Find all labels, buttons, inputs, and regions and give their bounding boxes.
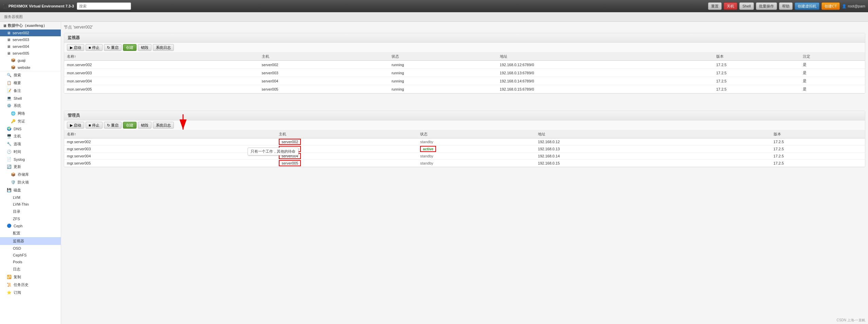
monitor-destroy-btn[interactable]: 销毁 (138, 44, 151, 51)
manager-panel: 管理员 ▶ 启动 ■ 停止 ↻ 重启 创建 销毁 (64, 111, 865, 167)
monitor-start-btn[interactable]: ▶ 启动 (67, 44, 84, 51)
sidebar-item-guaji[interactable]: 📦 guaji (0, 57, 61, 64)
sidebar-item-replication[interactable]: 🔁 复制 (0, 273, 61, 281)
manager-destroy-btn[interactable]: 销毁 (138, 122, 151, 129)
sidebar-item-time[interactable]: 🕐 时间 (0, 148, 61, 156)
sidebar-item-lvm-thin[interactable]: LVM-Thin (0, 201, 61, 208)
monitor-stop-btn[interactable]: ■ 停止 (86, 44, 103, 51)
manager-start-btn[interactable]: ▶ 启动 (67, 122, 84, 129)
manager-create-btn[interactable]: 创建 (123, 122, 137, 129)
dns-icon: 🌍 (7, 127, 12, 131)
view-label: 服务器视图 (4, 14, 23, 19)
create-vm-button[interactable]: 创建虚拟机 (795, 2, 819, 10)
reload-icon: ↻ (107, 45, 110, 50)
sidebar-item-lvm[interactable]: LVM (0, 194, 61, 201)
manager-reload-btn[interactable]: ↻ 重启 (104, 122, 122, 129)
sidebar-item-zfs[interactable]: ZFS (0, 215, 61, 222)
annotation-tooltip: 只有一个工作，其他的待命 (248, 148, 299, 155)
sidebar-item-updates[interactable]: 🔄 更新 (0, 163, 61, 171)
col-ver[interactable]: 版本 (713, 53, 800, 61)
main-layout: 🖥 数据中心（xuanfeng） 🖥 server002 🖥 server003… (0, 22, 868, 324)
table-row[interactable]: mon.server002 server002 running 192.168.… (64, 61, 865, 69)
sidebar-item-dns[interactable]: 🌍 DNS (0, 125, 61, 132)
reset-button[interactable]: 重置 (708, 2, 722, 10)
sidebar-item-shell[interactable]: 💻 Shell (0, 95, 61, 102)
sidebar-item-directory[interactable]: 目录 (0, 208, 61, 215)
shutdown-button[interactable]: 关机 (724, 2, 737, 10)
mgr-col-host[interactable]: 主机 (276, 130, 417, 138)
sidebar-item-osd[interactable]: OSD (0, 245, 61, 252)
col-addr[interactable]: 地址 (497, 53, 713, 61)
panels-wrapper: 监视器 ▶ 启动 ■ 停止 ↻ 重启 创建 销毁 (64, 33, 865, 167)
sidebar-item-server005[interactable]: 🖥 server005 (0, 50, 61, 57)
mon-status-cell: running (389, 85, 497, 93)
mgr-col-status[interactable]: 状态 (417, 130, 535, 138)
table-row[interactable]: mgr.server002 server002 standby 192.168.… (64, 138, 865, 146)
sidebar-item-syslog[interactable]: 📄 Syslog (0, 156, 61, 163)
manager-stop-btn[interactable]: ■ 停止 (86, 122, 103, 129)
col-note[interactable]: 注定 (800, 53, 865, 61)
mgr-col-ver[interactable]: 版本 (771, 130, 865, 138)
sidebar-item-server002[interactable]: 🖥 server002 (0, 30, 61, 36)
app-logo: ⬛ PROXMOX Virtual Environment 7.3-3 (3, 4, 74, 8)
sidebar-item-notes[interactable]: 📝 备注 (0, 87, 61, 95)
monitor-create-btn[interactable]: 创建 (123, 44, 137, 51)
sidebar-item-search[interactable]: 🔍 搜索 (0, 71, 61, 79)
monitor-reload-btn[interactable]: ↻ 重启 (104, 44, 122, 51)
sidebar-item-website[interactable]: 📦 website (0, 64, 61, 71)
sidebar-item-server003[interactable]: 🖥 server003 (0, 36, 61, 43)
mon-host-cell: server004 (259, 77, 389, 85)
sidebar-item-hosts[interactable]: 🖥️ 主机 (0, 132, 61, 140)
table-row[interactable]: mon.server004 server004 running 192.168.… (64, 77, 865, 85)
sidebar-item-options[interactable]: 🔧 选项 (0, 140, 61, 148)
create-ct-button[interactable]: 创建CT (821, 2, 840, 10)
sidebar-item-summary[interactable]: 📋 概要 (0, 79, 61, 87)
mon-status-cell: running (389, 69, 497, 77)
mon-host-cell: server005 (259, 85, 389, 93)
key-icon: 🔑 (11, 119, 16, 123)
sidebar-item-subscription[interactable]: ⭐ 订阅 (0, 289, 61, 297)
table-row[interactable]: mon.server005 server005 running 192.168.… (64, 85, 865, 93)
table-row[interactable]: mgr.server005 server005 standby 192.168.… (64, 160, 865, 167)
col-name[interactable]: 名称↑ (64, 53, 259, 61)
sidebar-item-system[interactable]: ⚙️ 系统 (0, 102, 61, 110)
sidebar-item-log[interactable]: 日志 (0, 265, 61, 273)
help-button[interactable]: 帮助 (779, 2, 793, 10)
sidebar-item-firewall[interactable]: 🛡️ 防火墙 (0, 178, 61, 186)
sidebar-item-pools[interactable]: Pools (0, 259, 61, 265)
options-icon: 🔧 (7, 142, 12, 146)
bulk-ops-button[interactable]: 批量操作 (756, 2, 777, 10)
stop-icon: ■ (89, 45, 91, 50)
mon-host-cell: server003 (259, 69, 389, 77)
sidebar-item-network[interactable]: 🌐 网络 (0, 110, 61, 117)
monitor-log-btn[interactable]: 系统日志 (153, 44, 174, 51)
col-host[interactable]: 主机 (259, 53, 389, 61)
mgr-host-cell: server002 (276, 138, 417, 146)
mon-ver-cell: 17.2.5 (713, 85, 800, 93)
arrow-svg-2 (169, 111, 197, 138)
sidebar-item-repos[interactable]: 📦 存储库 (0, 171, 61, 178)
sidebar-item-cephfs[interactable]: CephFS (0, 252, 61, 259)
col-status[interactable]: 状态 (389, 53, 497, 61)
mgr-name-cell: mgr.server004 (64, 153, 276, 160)
mgr-col-addr[interactable]: 地址 (535, 130, 771, 138)
sidebar-item-ceph[interactable]: 🔵 Ceph (0, 222, 61, 229)
sidebar-item-server004[interactable]: 🖥 server004 (0, 43, 61, 50)
table-row[interactable]: mgr.server004 server004 standby 192.168.… (64, 153, 865, 160)
play-icon2: ▶ (70, 123, 73, 128)
mgr-status-cell: standby (417, 160, 535, 167)
sidebar-item-task-history[interactable]: 📜 任务历史 (0, 281, 61, 289)
shell-button[interactable]: Shell (739, 2, 754, 10)
global-search-input[interactable] (77, 2, 131, 10)
sidebar-datacenter-header[interactable]: 🖥 数据中心（xuanfeng） (0, 22, 61, 30)
sidebar-item-ceph-monitor[interactable]: 监视器 (0, 237, 61, 245)
sidebar-item-ceph-config[interactable]: 配置 (0, 229, 61, 237)
mgr-name-cell: mgr.server005 (64, 160, 276, 167)
node-icon: 🖥 (7, 51, 11, 55)
monitor-panel-header: 监视器 (64, 33, 865, 43)
mgr-ver-cell: 17.2.5 (771, 153, 865, 160)
sidebar-item-credentials[interactable]: 🔑 凭证 (0, 117, 61, 125)
sidebar-item-disks[interactable]: 💾 磁盘 (0, 186, 61, 194)
table-row[interactable]: mon.server003 server003 running 192.168.… (64, 69, 865, 77)
table-row[interactable]: mgr.server003 server003 active 192.168.0… (64, 146, 865, 153)
